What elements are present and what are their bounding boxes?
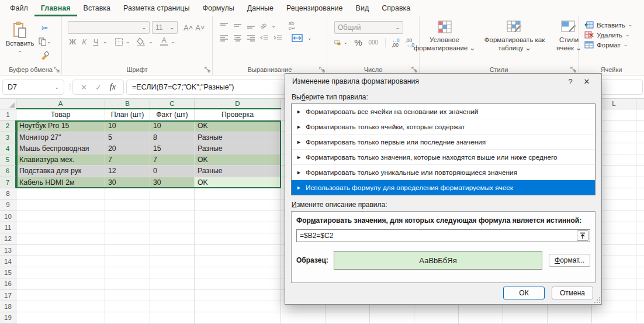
cell-B2[interactable]: 10 — [105, 120, 150, 131]
cell-C13[interactable] — [150, 245, 195, 256]
rule-type-item-3[interactable]: ►Форматировать только первые или последн… — [292, 135, 595, 150]
menu-tab-4[interactable]: Разметка страницы — [117, 0, 196, 16]
merge-center-icon[interactable] — [292, 34, 303, 42]
column-header-A[interactable]: A — [16, 99, 105, 109]
column-header-C[interactable]: C — [150, 99, 195, 109]
row-header-11[interactable]: 11 — [0, 222, 16, 233]
cell-C3[interactable]: 8 — [150, 132, 195, 143]
align-left-icon[interactable] — [220, 35, 228, 42]
cell-B7[interactable]: 30 — [105, 177, 150, 188]
cell-A10[interactable] — [16, 211, 105, 222]
row-header-4[interactable]: 4 — [0, 143, 16, 154]
format-button[interactable]: Формат... — [549, 254, 590, 267]
cell-D1[interactable]: Проверка — [195, 109, 281, 120]
insert-function-icon[interactable]: fx — [110, 82, 116, 92]
rule-type-item-1[interactable]: ►Форматировать все ячейки на основании и… — [292, 104, 595, 119]
percent-style-button[interactable]: % — [354, 37, 362, 47]
cell-C16[interactable] — [150, 278, 195, 289]
cell-D2[interactable]: OK — [195, 120, 281, 131]
row-header-16[interactable]: 16 — [0, 278, 16, 289]
cell-C8[interactable] — [150, 188, 195, 199]
row-header-1[interactable]: 1 — [0, 109, 16, 120]
help-icon[interactable]: ? — [563, 77, 578, 86]
row-header-18[interactable]: 18 — [0, 301, 16, 312]
insert-cells-button[interactable]: Вставить ⌄ — [584, 21, 644, 29]
cell-B8[interactable] — [105, 188, 150, 199]
row-header-15[interactable]: 15 — [0, 267, 16, 278]
cell-C15[interactable] — [150, 267, 195, 278]
paste-button[interactable]: Вставить ⌄ — [5, 21, 35, 61]
shrink-font-button[interactable]: А˅ — [195, 23, 205, 32]
row-header-14[interactable]: 14 — [0, 256, 16, 267]
dialog-launcher-icon[interactable] — [205, 67, 210, 73]
cell-B5[interactable]: 7 — [105, 154, 150, 165]
row-header-6[interactable]: 6 — [0, 166, 16, 177]
bold-button[interactable]: Ж — [68, 37, 77, 46]
cell-B18[interactable] — [105, 301, 150, 312]
fill-color-icon[interactable] — [137, 37, 146, 46]
cell-D6[interactable]: Разные — [195, 166, 281, 176]
cell-C10[interactable] — [150, 211, 195, 222]
align-middle-icon[interactable] — [233, 22, 242, 29]
row-header-3[interactable]: 3 — [0, 132, 16, 143]
menu-tab-1[interactable]: Файл — [4, 0, 34, 16]
wrap-text-button[interactable]: abc↩ — [289, 21, 295, 30]
underline-button[interactable]: Ч — [91, 37, 101, 46]
cell-C1[interactable]: Факт (шт) — [150, 109, 195, 120]
grow-font-button[interactable]: А˄ — [183, 23, 193, 32]
cell-D11[interactable] — [195, 222, 281, 233]
cell-B17[interactable] — [105, 290, 150, 301]
resize-grip[interactable] — [594, 297, 600, 303]
cell-C2[interactable]: 10 — [150, 120, 195, 131]
row-header-13[interactable]: 13 — [0, 245, 16, 256]
cell-A1[interactable]: Товар — [16, 109, 105, 120]
increase-indent-icon[interactable] — [273, 35, 282, 42]
dialog-titlebar[interactable]: Изменение правила форматирования ? ✕ — [285, 74, 601, 89]
rule-type-item-6[interactable]: ►Использовать формулу для определения фо… — [292, 180, 595, 195]
cell-B19[interactable] — [105, 312, 150, 323]
cell-B11[interactable] — [105, 222, 150, 233]
row-header-10[interactable]: 10 — [0, 211, 16, 222]
name-box[interactable]: D7⌄ — [2, 80, 64, 95]
row-header-5[interactable]: 5 — [0, 154, 16, 166]
rule-type-item-5[interactable]: ►Форматировать только уникальные или пов… — [292, 165, 595, 180]
menu-tab-9[interactable]: Справка — [375, 0, 417, 16]
enter-icon[interactable]: ✓ — [95, 83, 102, 92]
cell-B6[interactable]: 12 — [105, 166, 150, 176]
cell-J19[interactable] — [503, 312, 548, 323]
cell-A12[interactable] — [16, 233, 105, 244]
cell-B12[interactable] — [105, 233, 150, 244]
cell-A14[interactable] — [16, 256, 105, 267]
menu-tab-7[interactable]: Рецензирование — [280, 0, 349, 16]
cell-A7[interactable]: Кабель HDMI 2м — [16, 177, 105, 188]
cell-D5[interactable]: OK — [195, 154, 281, 165]
format-as-table-button[interactable]: Форматировать как таблицу ⌄ — [484, 20, 546, 52]
cell-B10[interactable] — [105, 211, 150, 222]
increase-decimal-button[interactable]: ←0,00 — [392, 38, 399, 47]
font-color-button[interactable]: А — [160, 37, 168, 46]
format-cells-button[interactable]: Формат ⌄ — [584, 41, 644, 49]
cell-C4[interactable]: 15 — [150, 143, 195, 154]
font-size-combo[interactable]: 11⌄ — [152, 21, 178, 34]
cell-B9[interactable] — [105, 199, 150, 210]
borders-icon[interactable] — [115, 37, 123, 46]
rule-type-item-2[interactable]: ►Форматировать только ячейки, которые со… — [292, 119, 595, 135]
cell-D8[interactable] — [195, 188, 281, 199]
dialog-launcher-icon[interactable] — [319, 67, 325, 73]
cell-E19[interactable] — [281, 312, 326, 323]
select-all-corner[interactable] — [0, 99, 16, 109]
menu-tab-8[interactable]: Вид — [349, 0, 376, 16]
cancel-button[interactable]: Отмена — [552, 287, 593, 299]
cell-D16[interactable] — [195, 278, 281, 289]
cell-B4[interactable]: 20 — [105, 143, 150, 154]
cell-C12[interactable] — [150, 233, 195, 244]
cell-A5[interactable]: Клавиатура мех. — [16, 154, 105, 165]
dialog-launcher-icon[interactable] — [570, 67, 576, 73]
number-format-combo[interactable]: Общий⌄ — [334, 21, 403, 34]
italic-button[interactable]: К — [79, 37, 89, 46]
menu-tab-6[interactable]: Данные — [241, 0, 280, 16]
align-right-icon[interactable] — [247, 35, 255, 42]
cell-D7[interactable]: OK — [195, 177, 281, 188]
cell-B15[interactable] — [105, 267, 150, 278]
cell-A4[interactable]: Мышь беспроводная — [16, 143, 105, 154]
